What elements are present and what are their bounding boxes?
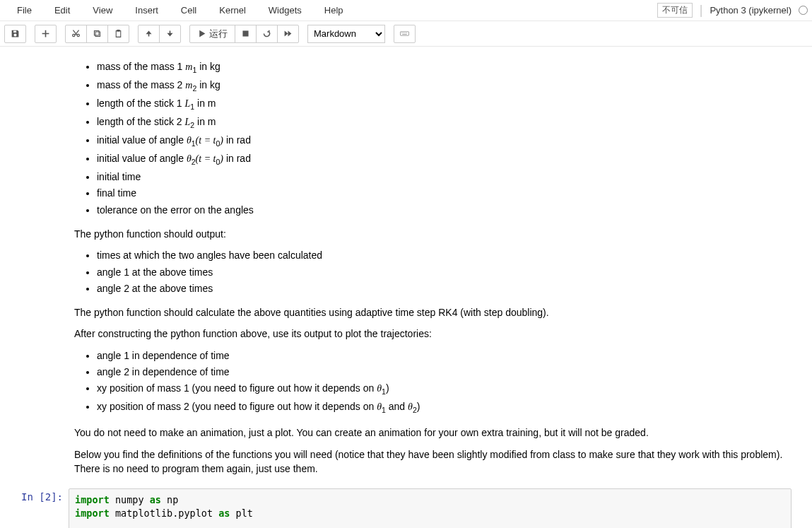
menu-insert[interactable]: Insert [124,2,170,18]
menu-cell[interactable]: Cell [170,2,208,18]
list-item: angle 1 at the above times [97,265,806,279]
restart-run-all-button[interactable] [277,25,299,43]
run-button[interactable]: 运行 [189,25,235,43]
list-item: initial time [97,170,806,184]
menu-kernel[interactable]: Kernel [208,2,257,18]
restart-icon [262,29,271,38]
save-icon [11,29,20,38]
menu-widgets[interactable]: Widgets [257,2,313,18]
list-item: angle 2 in dependence of time [97,365,806,379]
cut-icon [71,29,81,38]
list-item: angle 2 at the above times [97,281,806,295]
list-item: initial value of angle θ2(t = t0) in rad [97,151,806,168]
paragraph: The python function should calculate the… [74,305,806,319]
plus-icon [41,29,50,38]
list-item: tolerance on the error on the angles [97,203,806,217]
list-item: times at which the two angles have been … [97,248,806,262]
kernel-idle-icon[interactable] [799,6,808,15]
input-prompt: In [2]: [1,488,69,528]
menubar: File Edit View Insert Cell Kernel Widget… [0,0,812,21]
move-down-button[interactable] [159,25,181,43]
move-up-button[interactable] [138,25,160,43]
arrow-up-icon [144,29,153,38]
stop-icon [241,29,250,38]
list-item: xy position of mass 2 (you need to figur… [97,399,806,416]
code-input-area[interactable]: import numpy as np import matplotlib.pyp… [69,488,792,528]
kernel-name[interactable]: Python 3 (ipykernel) [710,5,792,16]
restart-button[interactable] [256,25,278,43]
not-trusted-badge[interactable]: 不可信 [657,3,693,18]
command-palette-button[interactable] [394,25,416,43]
menu-edit[interactable]: Edit [43,2,81,18]
svg-rect-1 [401,32,409,35]
play-icon [197,29,206,38]
run-label: 运行 [209,28,228,40]
list-item: mass of the mass 1 m1 in kg [97,59,806,76]
copy-button[interactable] [86,25,108,43]
list-item: xy position of mass 1 (you need to figur… [97,381,806,397]
arrow-down-icon [165,29,175,38]
list-item: angle 1 in dependence of time [97,348,806,363]
markdown-body: mass of the mass 1 m1 in kg mass of the … [69,54,811,486]
paste-icon [114,29,123,38]
paragraph: After constructing the python function a… [74,327,806,341]
list-item: initial value of angle θ1(t = t0) in rad [97,133,806,149]
paragraph: Below you find the definitions of the fu… [74,447,806,476]
inputs-list: mass of the mass 1 m1 in kg mass of the … [74,59,806,217]
menu-help[interactable]: Help [313,2,355,18]
save-button[interactable] [4,25,26,43]
paragraph: You do not need to make an animation, ju… [74,426,806,440]
insert-cell-button[interactable] [35,25,57,43]
keyboard-icon [400,29,409,38]
cut-button[interactable] [65,25,87,43]
menu-file[interactable]: File [6,2,43,18]
markdown-cell[interactable]: mass of the mass 1 m1 in kg mass of the … [1,52,811,487]
paragraph: The python function should output: [74,227,806,241]
list-item: length of the stick 2 L2 in m [97,115,806,131]
fast-forward-icon [283,29,293,38]
cell-type-select[interactable]: Markdown [307,25,385,43]
paste-button[interactable] [107,25,129,43]
code-cell[interactable]: In [2]: import numpy as np import matplo… [1,487,811,528]
kernel-separator: | [700,3,703,18]
trajectories-list: angle 1 in dependence of time angle 2 in… [74,348,806,416]
notebook-container: mass of the mass 1 m1 in kg mass of the … [0,47,812,528]
copy-icon [93,29,102,38]
svg-rect-0 [242,30,248,36]
list-item: length of the stick 1 L1 in m [97,96,806,112]
toolbar: 运行 Markdown [0,21,812,47]
interrupt-button[interactable] [235,25,257,43]
list-item: final time [97,186,806,200]
menu-view[interactable]: View [81,2,124,18]
list-item: mass of the mass 2 m2 in kg [97,78,806,94]
outputs-list: times at which the two angles have been … [74,248,806,295]
prompt-empty [1,54,69,486]
